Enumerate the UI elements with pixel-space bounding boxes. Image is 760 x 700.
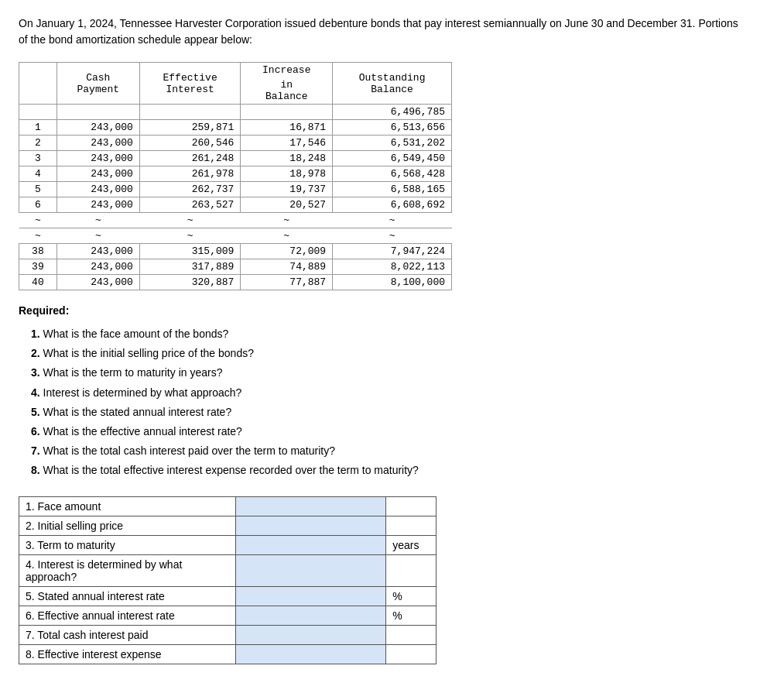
cash-cell: 243,000 [56, 166, 139, 182]
answer-unit [386, 496, 436, 516]
answer-row[interactable]: 8. Effective interest expense [19, 644, 436, 664]
answer-input-cell[interactable] [236, 535, 386, 554]
answer-unit [386, 644, 436, 664]
answer-unit: % [386, 606, 436, 625]
answer-input-2[interactable] [242, 520, 379, 532]
answer-input-cell[interactable] [236, 554, 386, 586]
out-cell: 8,022,113 [333, 259, 452, 275]
question-item: 2. What is the initial selling price of … [31, 344, 741, 363]
col-inc-header: Increase [241, 63, 333, 78]
out-cell: 6,549,450 [333, 151, 452, 166]
answer-input-5[interactable] [242, 590, 379, 602]
answer-label: 2. Initial selling price [19, 516, 236, 535]
question-item: 8. What is the total effective interest … [31, 461, 741, 480]
cash-cell: 243,000 [56, 182, 139, 197]
answer-row[interactable]: 1. Face amount [19, 496, 436, 516]
out-cell: 6,531,202 [333, 136, 452, 151]
tilde-row: ~ ~ ~ ~ ~ [19, 228, 452, 244]
answer-row[interactable]: 5. Stated annual interest rate% [19, 586, 436, 606]
col-payment-header [19, 63, 57, 105]
period-cell: 6 [19, 197, 57, 213]
cash-cell: 243,000 [56, 197, 139, 213]
required-label: Required: [19, 304, 741, 317]
answer-table[interactable]: 1. Face amount2. Initial selling price3.… [19, 496, 436, 664]
col-cash-header: Cash Payment [56, 63, 139, 105]
period-cell: 5 [19, 182, 57, 197]
answer-input-4[interactable] [242, 564, 379, 577]
answer-row[interactable]: 2. Initial selling price [19, 516, 436, 535]
answer-input-cell[interactable] [236, 586, 386, 606]
period-cell: 1 [19, 120, 57, 136]
answer-label: 5. Stated annual interest rate [19, 586, 236, 606]
table-row: 40 243,000 320,887 77,887 8,100,000 [19, 275, 452, 290]
answer-unit [386, 625, 436, 644]
table-row: 1 243,000 259,871 16,871 6,513,656 [19, 120, 452, 136]
initial-cash [56, 105, 139, 120]
answer-label: 8. Effective interest expense [19, 644, 236, 664]
question-item: 3. What is the term to maturity in years… [31, 363, 741, 383]
eff-cell: 320,887 [139, 275, 240, 290]
tilde-inc: ~ [241, 213, 333, 228]
out-cell: 6,568,428 [333, 166, 452, 182]
tilde-out: ~ [333, 213, 452, 228]
period-cell: 3 [19, 151, 57, 166]
table-row: 4 243,000 261,978 18,978 6,568,428 [19, 166, 452, 182]
questions-list: 1. What is the face amount of the bonds?… [19, 324, 741, 481]
answer-input-cell[interactable] [236, 496, 386, 516]
inc-cell: 16,871 [241, 120, 333, 136]
answer-input-7[interactable] [242, 629, 379, 641]
tilde-cash: ~ [56, 228, 139, 244]
answer-input-cell[interactable] [236, 625, 386, 644]
eff-cell: 262,737 [139, 182, 240, 197]
table-row: 3 243,000 261,248 18,248 6,549,450 [19, 151, 452, 166]
eff-cell: 315,009 [139, 244, 240, 259]
answer-input-8[interactable] [242, 648, 379, 661]
col-inc-sub-header: inBalance [241, 77, 333, 105]
table-row: 2 243,000 260,546 17,546 6,531,202 [19, 136, 452, 151]
col-out-header: Outstanding Balance [333, 63, 452, 105]
answer-row[interactable]: 7. Total cash interest paid [19, 625, 436, 644]
period-cell: 38 [19, 244, 57, 259]
answer-unit: years [386, 535, 436, 554]
out-cell: 6,608,692 [333, 197, 452, 213]
inc-cell: 74,889 [241, 259, 333, 275]
inc-cell: 18,248 [241, 151, 333, 166]
answer-input-3[interactable] [242, 539, 379, 551]
answer-input-cell[interactable] [236, 516, 386, 535]
eff-cell: 263,527 [139, 197, 240, 213]
tilde-cash: ~ [56, 213, 139, 228]
period-cell: 39 [19, 259, 57, 275]
inc-cell: 20,527 [241, 197, 333, 213]
answer-input-6[interactable] [242, 609, 379, 622]
answer-row[interactable]: 3. Term to maturityyears [19, 535, 436, 554]
table-row: 6 243,000 263,527 20,527 6,608,692 [19, 197, 452, 213]
eff-cell: 261,248 [139, 151, 240, 166]
cash-cell: 243,000 [56, 136, 139, 151]
answer-input-cell[interactable] [236, 606, 386, 625]
question-item: 6. What is the effective annual interest… [31, 422, 741, 441]
answer-input-cell[interactable] [236, 644, 386, 664]
answer-row[interactable]: 4. Interest is determined by what approa… [19, 554, 436, 586]
answer-input-1[interactable] [242, 500, 379, 513]
tilde-eff: ~ [139, 228, 240, 244]
intro-text: On January 1, 2024, Tennessee Harvester … [19, 15, 741, 48]
table-row: 38 243,000 315,009 72,009 7,947,224 [19, 244, 452, 259]
tilde-out: ~ [333, 228, 452, 244]
tilde-row: ~ ~ ~ ~ ~ [19, 213, 452, 228]
tilde-inc: ~ [241, 228, 333, 244]
period-cell: 2 [19, 136, 57, 151]
table-row: 39 243,000 317,889 74,889 8,022,113 [19, 259, 452, 275]
inc-cell: 72,009 [241, 244, 333, 259]
amortization-table: Cash Payment Effective Interest Increase… [19, 62, 452, 290]
cash-cell: 243,000 [56, 275, 139, 290]
col-eff-header: Effective Interest [139, 63, 240, 105]
eff-cell: 261,978 [139, 166, 240, 182]
question-item: 7. What is the total cash interest paid … [31, 441, 741, 461]
table-row: 5 243,000 262,737 19,737 6,588,165 [19, 182, 452, 197]
initial-inc [241, 105, 333, 120]
inc-cell: 17,546 [241, 136, 333, 151]
period-cell: 40 [19, 275, 57, 290]
initial-eff [139, 105, 240, 120]
answer-row[interactable]: 6. Effective annual interest rate% [19, 606, 436, 625]
cash-cell: 243,000 [56, 244, 139, 259]
